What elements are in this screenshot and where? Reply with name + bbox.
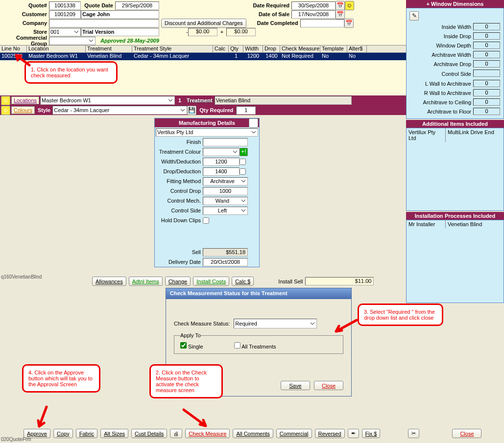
dialog-save-button[interactable]: Save <box>281 381 310 390</box>
qty-req-field[interactable] <box>236 106 256 115</box>
add-colour-icon[interactable]: +! <box>240 148 248 156</box>
plus-label: + <box>217 29 226 35</box>
store-name-field[interactable] <box>81 28 159 36</box>
status-bottom: 020QuoteFrm <box>1 437 31 442</box>
date-comp-field[interactable] <box>300 19 344 27</box>
calendar-icon[interactable]: 📅 <box>336 10 345 19</box>
addl-items-header: Additional Items Included <box>406 120 504 128</box>
cust-details-button[interactable]: Cust Details <box>131 429 167 438</box>
date-sale-field[interactable] <box>291 10 336 19</box>
wd-row-value[interactable]: 0 <box>473 51 500 58</box>
finish-field[interactable] <box>203 138 248 146</box>
edit-icon[interactable]: ✎ <box>409 11 419 21</box>
date-req-label: Date Required <box>247 2 291 8</box>
adtnl-items-button[interactable]: Adtnl Items <box>129 277 163 286</box>
status-left: q160VenetianBlind <box>1 274 42 280</box>
close-button[interactable]: Close <box>452 429 481 438</box>
customer-id-field[interactable] <box>49 10 81 19</box>
mfg-header: Manufacturing Details 🖨 <box>155 118 259 127</box>
window-dim-header[interactable]: + Window Dimensions <box>406 0 504 8</box>
scissors-button[interactable]: ✂ <box>408 429 419 438</box>
print-button[interactable]: 🖨 <box>170 429 182 438</box>
print-icon[interactable]: 🖨 <box>249 118 258 128</box>
location-select[interactable]: Master Bedroom W1 <box>40 96 175 105</box>
single-check[interactable] <box>180 342 187 349</box>
wd-row-value[interactable]: 0 <box>473 60 500 68</box>
colours-label[interactable]: Colours <box>11 106 35 114</box>
amount2: $0.00 <box>226 28 256 36</box>
status-select[interactable]: Required <box>234 319 317 328</box>
locations-label[interactable]: Locations <box>11 96 39 104</box>
copy-button[interactable]: Copy <box>53 429 73 438</box>
cmech-select[interactable]: Wand <box>203 197 248 205</box>
addl-c2: MultiLink Drive End <box>446 128 496 142</box>
install-costs-button[interactable]: Install Costs <box>193 277 229 286</box>
customer-name-field[interactable] <box>81 10 159 19</box>
finish-label: Finish <box>155 139 203 145</box>
supplier-select[interactable]: Vertilux Pty Ltd <box>156 128 258 137</box>
smiley-icon[interactable]: ☺ <box>1 96 10 105</box>
fit-select[interactable]: Architrave <box>203 177 248 186</box>
wd-row-value[interactable]: 0 <box>473 42 500 49</box>
drop-ded-check[interactable] <box>240 168 246 175</box>
change-button[interactable]: Change <box>165 277 191 286</box>
wd-row-value[interactable]: 0 <box>473 32 500 40</box>
cmech-label: Control Mech. <box>155 198 203 204</box>
check-measure-button[interactable]: Check Measure <box>185 429 230 438</box>
clips-check[interactable] <box>203 217 209 224</box>
customer-label: Customer <box>0 11 49 17</box>
fabric-button[interactable]: Fabric <box>76 429 98 438</box>
calc-button[interactable]: Calc $ <box>232 277 254 286</box>
wd-row-value[interactable] <box>473 70 500 77</box>
install-sell-label: Install Sell <box>278 279 303 284</box>
calendar-icon[interactable]: 📅 <box>336 1 345 10</box>
loc-num: 1 <box>175 97 185 103</box>
dialog-close-button[interactable]: Close <box>314 381 343 390</box>
deliv-field[interactable] <box>203 258 248 266</box>
cside-select[interactable]: Left <box>203 207 248 215</box>
comm-grp-select[interactable] <box>49 37 96 45</box>
alt-sizes-button[interactable]: Alt Sizes <box>100 429 128 438</box>
amount1: $0.00 <box>188 28 217 36</box>
wd-row-label: Window Depth <box>409 41 472 49</box>
sell-label: Sell <box>155 249 203 255</box>
width-field[interactable] <box>203 158 240 166</box>
wd-row-label: Architrave to Ceiling <box>409 98 472 106</box>
treatment-select[interactable]: Venetian Blind <box>215 96 352 105</box>
wd-row-value[interactable]: 0 <box>473 108 500 115</box>
wd-row-label: L Wall to Architrave <box>409 79 472 88</box>
reversed-button[interactable]: Reversed <box>315 429 345 438</box>
addl-c1: Vertilux Pty Ltd <box>407 128 446 142</box>
discount-button[interactable]: Discount and Additional Charges <box>161 19 246 28</box>
all-comments-button[interactable]: All Comments <box>233 429 273 438</box>
approved-status: Approved 28-May-2009 <box>100 38 159 44</box>
cdrop-field[interactable] <box>203 187 248 195</box>
style-select[interactable]: Cedar - 34mm Lacquer <box>52 106 187 115</box>
qty-req-label: Qty Required <box>199 107 233 113</box>
smiley-icon[interactable]: ☺ <box>1 106 10 115</box>
quote-num-field[interactable] <box>49 1 81 10</box>
wd-row-label: R Wall to Architrave <box>409 89 472 97</box>
width-ded-check[interactable] <box>240 159 246 165</box>
wd-row-value[interactable]: 0 <box>473 80 500 87</box>
drop-field[interactable] <box>203 167 240 176</box>
save-icon[interactable]: 💾 <box>187 106 196 115</box>
colour-select[interactable] <box>203 148 240 156</box>
quote-date-field[interactable] <box>115 1 159 10</box>
date-req-field[interactable] <box>291 1 336 10</box>
smiley-icon[interactable]: ☺ <box>345 1 354 10</box>
pen-button[interactable]: ✒ <box>348 429 359 438</box>
date-comp-label: Date Completed <box>251 20 300 26</box>
calendar-icon[interactable]: 📅 <box>344 19 354 28</box>
wd-row-value[interactable]: 0 <box>473 23 500 30</box>
quote-date-label: Quote Date <box>81 2 115 8</box>
store-code-select[interactable]: 001 <box>49 28 81 36</box>
all-treatments-check[interactable] <box>234 342 240 349</box>
fix-button[interactable]: Fix $ <box>362 429 381 438</box>
wd-row-value[interactable]: 0 <box>473 89 500 96</box>
allowances-button[interactable]: Allowances <box>92 277 126 286</box>
wd-row-value[interactable]: 0 <box>473 98 500 106</box>
commercial-button[interactable]: Commercial <box>276 429 312 438</box>
company-field[interactable] <box>49 19 159 27</box>
wd-row-label: Control Side <box>409 69 472 78</box>
